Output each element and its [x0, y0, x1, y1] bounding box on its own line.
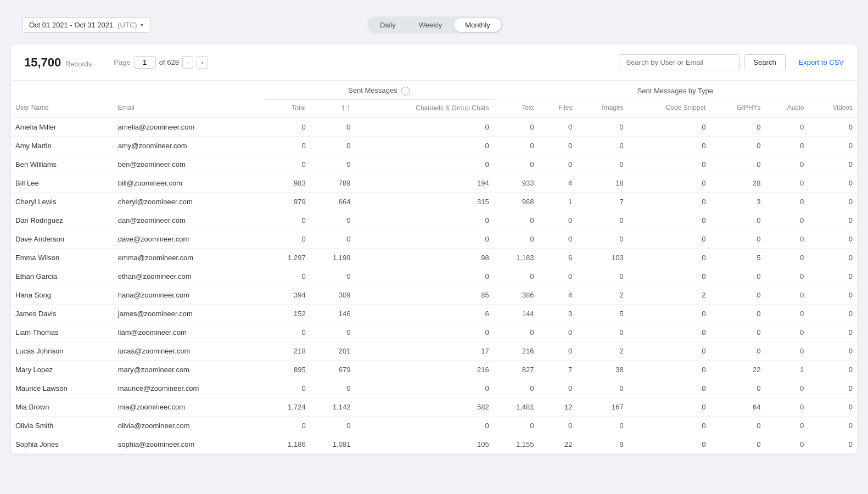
col-videos: Videos: [808, 99, 857, 118]
cell-email: ethan@zoomineer.com: [114, 267, 265, 285]
cell-value: 5: [710, 248, 765, 267]
prev-page-button[interactable]: ‹: [182, 56, 193, 69]
cell-value: 6: [539, 248, 577, 267]
table-row: Liam Thomasliam@zoomineer.com0000000000: [11, 323, 857, 341]
col-audio: Audio: [765, 99, 809, 118]
cell-value: 0: [765, 136, 809, 155]
cell-value: 0: [710, 304, 765, 323]
cell-value: 315: [355, 192, 494, 211]
cell-value: 18: [576, 173, 628, 192]
cell-email: sophia@zoomineer.com: [114, 435, 265, 453]
table-row: Mary Lopezmary@zoomineer.com895679216827…: [11, 360, 857, 379]
date-range-text: Oct 01 2021 - Oct 31 2021: [29, 21, 113, 29]
panel-header: 15,700 Records Page 1 of 628 ‹ › Search …: [11, 44, 857, 81]
cell-value: 1,186: [265, 435, 310, 453]
cell-value: 0: [539, 379, 577, 397]
next-page-button[interactable]: ›: [197, 56, 208, 69]
cell-value: 0: [628, 416, 710, 435]
cell-username: Mary Lopez: [11, 360, 114, 379]
table-row: James Davisjames@zoomineer.com1521466144…: [11, 304, 857, 323]
cell-value: 0: [808, 397, 857, 416]
cell-value: 0: [808, 285, 857, 304]
table-row: Maurice Lawsonmaurice@zoomineer.com00000…: [11, 379, 857, 397]
cell-value: 7: [576, 192, 628, 211]
page-total: of 628: [159, 58, 179, 66]
cell-value: 0: [710, 229, 765, 248]
table-row: Amy Martinamy@zoomineer.com0000000000: [11, 136, 857, 155]
cell-value: 22: [710, 360, 765, 379]
col-total: Total: [265, 99, 310, 118]
pagination: Page 1 of 628 ‹ ›: [114, 56, 208, 69]
search-button[interactable]: Search: [744, 54, 785, 70]
date-range-picker[interactable]: Oct 01 2021 - Oct 31 2021 (UTC) ▾: [22, 17, 150, 33]
cell-value: 0: [310, 117, 355, 136]
cell-username: Bill Lee: [11, 173, 114, 192]
cell-value: 4: [539, 173, 577, 192]
cell-value: 98: [355, 248, 494, 267]
col-channels: Channels & Group Chats: [355, 99, 494, 118]
period-btn-weekly[interactable]: Weekly: [408, 18, 453, 32]
cell-value: 0: [576, 267, 628, 285]
cell-value: 582: [355, 397, 494, 416]
export-csv-link[interactable]: Export to CSV: [799, 58, 844, 66]
cell-email: amy@zoomineer.com: [114, 136, 265, 155]
cell-value: 0: [808, 435, 857, 453]
cell-value: 1,199: [310, 248, 355, 267]
cell-value: 0: [576, 136, 628, 155]
cell-value: 0: [265, 136, 310, 155]
cell-value: 0: [628, 117, 710, 136]
table-row: Olivia Smitholivia@zoomineer.com00000000…: [11, 416, 857, 435]
cell-value: 0: [539, 267, 577, 285]
search-input[interactable]: [619, 54, 740, 70]
cell-value: 0: [710, 323, 765, 341]
cell-value: 0: [265, 117, 310, 136]
cell-value: 22: [539, 435, 577, 453]
cell-value: 0: [808, 304, 857, 323]
cell-value: 0: [539, 341, 577, 360]
cell-value: 0: [628, 211, 710, 229]
table-row: Cheryl Lewischeryl@zoomineer.com97966431…: [11, 192, 857, 211]
cell-value: 146: [310, 304, 355, 323]
cell-value: 0: [808, 360, 857, 379]
col-username: User Name: [11, 99, 114, 118]
cell-value: 0: [355, 267, 494, 285]
cell-value: 201: [310, 341, 355, 360]
cell-value: 5: [576, 304, 628, 323]
cell-email: dave@zoomineer.com: [114, 229, 265, 248]
cell-value: 0: [710, 267, 765, 285]
cell-value: 0: [355, 416, 494, 435]
cell-value: 0: [765, 435, 809, 453]
cell-value: 0: [265, 379, 310, 397]
cell-username: Amy Martin: [11, 136, 114, 155]
cell-value: 0: [765, 192, 809, 211]
cell-username: Mia Brown: [11, 397, 114, 416]
cell-value: 0: [355, 379, 494, 397]
records-summary: 15,700 Records: [24, 55, 92, 70]
cell-value: 983: [265, 173, 310, 192]
cell-email: mia@zoomineer.com: [114, 397, 265, 416]
cell-value: 0: [355, 323, 494, 341]
cell-value: 0: [576, 155, 628, 173]
cell-value: 0: [355, 155, 494, 173]
cell-value: 0: [765, 155, 809, 173]
cell-username: Ethan Garcia: [11, 267, 114, 285]
period-btn-monthly[interactable]: Monthly: [454, 18, 501, 32]
cell-value: 152: [265, 304, 310, 323]
group-header-row: Sent Messages i Sent Messages by Type: [11, 81, 857, 99]
cell-value: 0: [576, 117, 628, 136]
cell-value: 0: [265, 416, 310, 435]
cell-value: 0: [765, 285, 809, 304]
cell-value: 0: [539, 155, 577, 173]
cell-username: Amelia Miller: [11, 117, 114, 136]
page-input[interactable]: 1: [134, 56, 156, 69]
cell-value: 0: [355, 211, 494, 229]
cell-value: 0: [710, 341, 765, 360]
cell-value: 0: [628, 229, 710, 248]
cell-value: 216: [355, 360, 494, 379]
cell-value: 0: [539, 136, 577, 155]
period-btn-daily[interactable]: Daily: [369, 18, 407, 32]
cell-value: 0: [765, 379, 809, 397]
group-sent-messages: Sent Messages i: [265, 81, 494, 99]
cell-value: 0: [808, 155, 857, 173]
cell-value: 0: [576, 323, 628, 341]
